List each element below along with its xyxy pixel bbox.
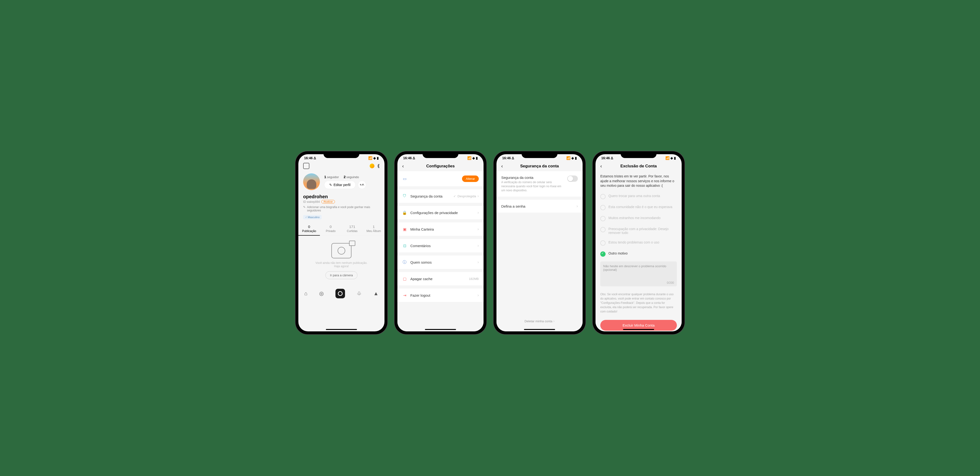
signal-icon: 📶 — [368, 156, 372, 160]
shield-icon: ⛉ — [402, 194, 407, 198]
back-button[interactable]: ‹ — [600, 163, 606, 169]
chevron-right-icon: › — [477, 227, 479, 231]
warning-note: Obs: Se você encontrar qualquer problema… — [595, 288, 682, 318]
nav-explore[interactable]: ◎ — [319, 291, 324, 297]
tab-album[interactable]: 1Meu Álbum — [363, 222, 385, 236]
lock-icon: 🔒 — [402, 210, 407, 215]
chevron-right-icon: › — [554, 319, 555, 323]
user-id: ID wakep884 — [303, 200, 320, 203]
reason-option-0[interactable]: Quero trocar para uma outra conta — [595, 191, 682, 202]
reason-option-4[interactable]: Estou tendo problemas com o uso — [595, 238, 682, 249]
page-title: Exclusão de Conta — [606, 164, 671, 169]
add-friend-button[interactable]: +ዶ — [358, 181, 366, 189]
reason-option-2[interactable]: Muitos estranhos me incomodando — [595, 213, 682, 224]
phone-icon: ▭ — [402, 176, 407, 181]
reason-textarea[interactable]: Não hesite em descrever o problema ocorr… — [600, 262, 677, 286]
security-description: A verificação do número de celular será … — [501, 180, 564, 192]
male-icon: ♂ — [305, 216, 307, 219]
home-indicator — [623, 329, 654, 330]
info-icon: ⓘ — [402, 260, 407, 265]
bio-hint[interactable]: ✎ Adicionar uma biografia e você pode ga… — [298, 203, 385, 214]
share-icon[interactable]: ⟪ — [377, 163, 380, 169]
edit-icon: ✎ — [329, 183, 332, 187]
avatar[interactable] — [303, 173, 320, 190]
chevron-right-icon: › — [477, 194, 479, 198]
char-counter: 0/200 — [667, 281, 674, 284]
reason-option-3[interactable]: Preocupação com a privacidade: Desejo re… — [595, 224, 682, 238]
tab-posts[interactable]: 0Publicação — [298, 222, 320, 236]
gender-tag: ♂Masculino — [303, 215, 321, 219]
back-button[interactable]: ‹ — [402, 163, 408, 169]
page-title: Configurações — [408, 164, 473, 169]
row-about[interactable]: ⓘ Quem somos › — [398, 256, 484, 269]
row-wallet[interactable]: ▣ Minha Carteira › — [398, 222, 484, 236]
following-stat[interactable]: 2seguindo — [344, 175, 359, 179]
trash-icon: ▢ — [402, 276, 407, 281]
nav-profile[interactable]: ▲ — [374, 291, 379, 297]
chevron-right-icon: › — [577, 204, 578, 208]
row-account-security[interactable]: Segurança da conta A verificação do núme… — [496, 171, 582, 197]
chevron-right-icon: › — [477, 293, 479, 297]
coin-icon[interactable] — [370, 163, 374, 168]
check-icon: ✓ — [453, 195, 456, 198]
home-indicator — [524, 329, 555, 330]
back-button[interactable]: ‹ — [501, 163, 507, 169]
wallet-icon: ▣ — [402, 227, 407, 232]
nav-home[interactable]: ⌂ — [304, 291, 307, 297]
battery-icon: ▮ — [377, 156, 379, 160]
page-title: Segurança da conta — [507, 164, 572, 169]
chevron-right-icon: › — [477, 211, 479, 215]
reason-option-5[interactable]: Outro motivo — [595, 249, 682, 260]
logout-icon: ⇥ — [402, 293, 407, 298]
wifi-icon: ◈ — [373, 156, 376, 160]
comment-icon: ⊡ — [402, 243, 407, 248]
nav-notifications[interactable]: ♧ — [357, 291, 361, 297]
home-indicator — [425, 329, 456, 330]
chevron-right-icon: › — [477, 260, 479, 264]
home-indicator — [326, 329, 357, 330]
row-privacy[interactable]: 🔒 Configurações de privacidade › — [398, 206, 484, 220]
row-logout[interactable]: ⇥ Fazer logout › — [398, 289, 484, 302]
row-comments[interactable]: ⊡ Comentários › — [398, 239, 484, 252]
row-password[interactable]: Defina a senha › — [496, 200, 582, 213]
location-icon: ᐃ — [313, 156, 316, 160]
chevron-right-icon: › — [477, 243, 479, 248]
settings-icon[interactable] — [303, 163, 309, 169]
row-account[interactable]: ▭ Alterar — [398, 171, 484, 187]
security-toggle[interactable] — [567, 176, 578, 182]
pencil-icon: ✎ — [303, 205, 305, 209]
camera-illustration — [331, 243, 352, 258]
go-to-camera-button[interactable]: Ir para a câmera — [325, 271, 357, 279]
alterar-button[interactable]: Alterar — [462, 176, 479, 182]
username: opedrohen — [298, 193, 385, 200]
tab-likes[interactable]: 171Curtidas — [341, 222, 363, 236]
delete-account-link[interactable]: Deletar minha conta› — [496, 315, 582, 327]
nav-record[interactable] — [336, 289, 345, 298]
intro-text: Estamos tristes em te ver partir. Por fa… — [595, 171, 682, 191]
edit-profile-button[interactable]: ✎Editar perfil — [324, 181, 356, 189]
tab-private[interactable]: 0Privado — [320, 222, 341, 236]
row-cache[interactable]: ▢ Apagar cache 182MB — [398, 272, 484, 286]
row-security[interactable]: ⛉ Segurança da conta ✓Desprotegida› — [398, 189, 484, 203]
followers-stat[interactable]: 1seguidor — [324, 175, 339, 179]
empty-text: Você ainda não tem nenhum publicação. Ha… — [303, 261, 380, 268]
update-badge[interactable]: Atualizar — [321, 200, 335, 203]
reason-option-1[interactable]: Esta comunidade não é o que eu esperava — [595, 202, 682, 213]
